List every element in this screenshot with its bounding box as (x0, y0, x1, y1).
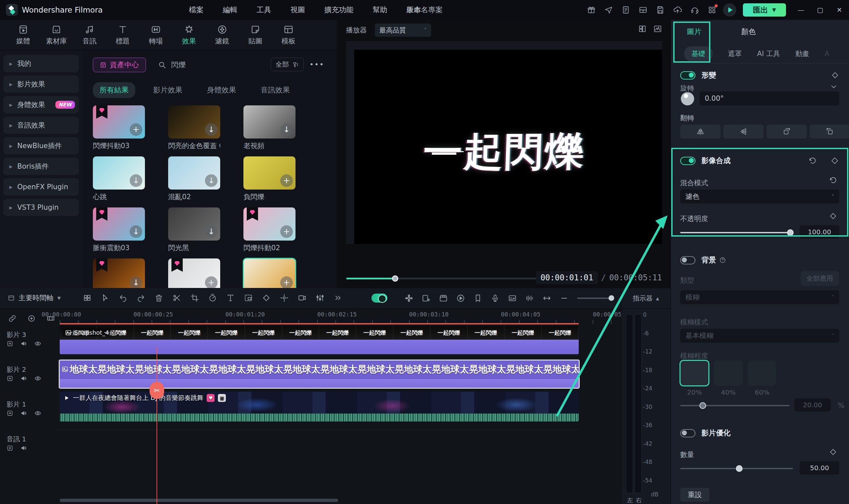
inspector-subtab-動畫[interactable]: 動畫 (795, 49, 809, 58)
asset-center-button[interactable]: 資產中心 (93, 58, 146, 72)
effect-item[interactable]: ↓閃光黑 (168, 208, 220, 252)
result-tab-音訊效果[interactable]: 音訊效果 (254, 82, 296, 98)
track-manager-icon[interactable] (83, 293, 91, 302)
seek-bar[interactable] (346, 278, 558, 279)
result-tab-影片效果[interactable]: 影片效果 (146, 82, 189, 98)
auto-ripple-icon[interactable] (27, 314, 36, 323)
effect-item[interactable]: ↓脈衝震動03 (93, 208, 145, 252)
audio-stretch-icon[interactable] (525, 294, 534, 303)
track-tool-icon[interactable] (7, 445, 13, 451)
inspector-subtab-遮罩[interactable]: 遮罩 (728, 49, 742, 58)
tab-效果[interactable]: 效果 (174, 24, 204, 46)
timeline-scrollbar[interactable] (60, 499, 621, 502)
speaker-icon[interactable] (20, 340, 27, 347)
inspector-tab-圖片[interactable]: 圖片 (687, 27, 701, 37)
add-to-timeline-button[interactable]: + (205, 276, 218, 288)
voiceover-icon[interactable] (491, 294, 500, 303)
reset-icon[interactable] (809, 157, 816, 165)
timecode-current[interactable]: 00:00:01:01 (536, 271, 598, 284)
sidebar-item-音訊效果[interactable]: ▶音訊效果 (3, 116, 79, 134)
blur-degree-value[interactable]: 20.00 (794, 398, 831, 412)
chevron-collapse-icon[interactable] (830, 82, 838, 90)
reset-icon[interactable] (829, 176, 837, 184)
download-button[interactable]: ↓ (130, 174, 142, 187)
playhead[interactable] (157, 347, 157, 504)
record-icon[interactable] (298, 293, 307, 302)
inspector-subtab-AI 工具[interactable]: AI 工具 (757, 49, 780, 58)
video-clip-track1[interactable]: 一群人在夜總會隨著舞台上 DJ 的音樂節奏跳舞 ♥ ▣ (60, 392, 579, 421)
tab-標題[interactable]: 標題 (107, 24, 138, 46)
blur-style-select[interactable]: 基本模糊 ˅ (680, 329, 839, 343)
maximize-button[interactable]: ▢ (811, 0, 830, 20)
speaker-icon[interactable] (20, 375, 27, 382)
multiview-icon[interactable] (638, 24, 647, 33)
tab-素材庫[interactable]: 素材庫 (41, 24, 72, 46)
undo-icon[interactable] (119, 293, 127, 302)
delete-icon[interactable] (155, 293, 163, 302)
pip-icon[interactable] (244, 293, 253, 302)
select-icon[interactable] (101, 293, 109, 302)
background-type-select[interactable]: 模糊 ˅ (680, 290, 839, 304)
sidebar-item-VST3 Plugin[interactable]: ▶VST3 Plugin (3, 199, 79, 216)
blend-mode-select[interactable]: 濾色 ˅ (680, 190, 839, 203)
crop-icon[interactable] (190, 293, 199, 302)
speaker-icon[interactable] (20, 410, 27, 416)
inspector-subtab-A[interactable]: A (825, 50, 829, 58)
flip-horizontal-button[interactable] (680, 125, 721, 139)
track-tool-icon[interactable] (7, 375, 13, 382)
blur-degree-swatch-40[interactable] (714, 361, 743, 386)
effect-item[interactable]: +閃爍抖動02 (243, 208, 295, 252)
more-menu-button[interactable]: ••• (309, 60, 324, 69)
main-timeline-select[interactable]: 主要時間軸 ▼ (8, 293, 61, 303)
fit-timeline-icon[interactable] (542, 294, 551, 303)
sidebar-item-OpenFX Plugin[interactable]: ▶OpenFX Plugin (3, 178, 79, 196)
sidebar-item-身體效果[interactable]: ▶身體效果NEW (3, 96, 79, 113)
avatar[interactable] (723, 3, 736, 17)
add-to-timeline-button[interactable]: + (280, 225, 293, 238)
apply-all-button[interactable]: 全部應用 (801, 271, 839, 286)
add-board-icon[interactable] (422, 294, 431, 303)
tab-濾鏡[interactable]: 濾鏡 (207, 24, 238, 46)
effect-item[interactable]: +振動閃光 (168, 258, 220, 288)
speed-icon[interactable] (208, 293, 217, 302)
minimize-button[interactable]: — (791, 0, 811, 20)
background-toggle[interactable] (680, 256, 695, 265)
gift-icon[interactable] (587, 6, 596, 14)
save-icon[interactable] (656, 6, 664, 14)
download-button[interactable]: ↓ (130, 276, 142, 288)
download-button[interactable]: ↓ (280, 123, 293, 136)
transform-toggle[interactable] (680, 71, 695, 79)
keyframe-icon[interactable] (262, 293, 271, 302)
rotation-input[interactable]: 0.00° (699, 91, 839, 105)
amount-value[interactable]: 50.00 (800, 461, 839, 474)
scope-icon[interactable] (653, 24, 662, 33)
tab-媒體[interactable]: 媒體 (8, 24, 38, 46)
blur-degree-swatch-60[interactable] (748, 361, 776, 386)
tab-模板[interactable]: 模板 (273, 24, 304, 46)
preview-render-toggle[interactable] (371, 293, 387, 303)
reset-button[interactable]: 重設 (680, 488, 709, 502)
speech-to-text-icon[interactable] (508, 294, 517, 303)
flip-vertical-button[interactable] (723, 125, 764, 139)
layout-icon[interactable] (639, 6, 647, 14)
result-tab-所有結果[interactable]: 所有結果 (93, 82, 135, 98)
eye-icon[interactable] (34, 410, 41, 416)
zoom-out-icon[interactable] (560, 294, 568, 303)
eye-icon[interactable] (34, 375, 41, 382)
timeline-zoom-slider[interactable] (577, 298, 613, 299)
redo-icon[interactable] (137, 293, 145, 302)
download-button[interactable]: ↓ (205, 123, 218, 136)
text-icon[interactable] (226, 293, 235, 302)
changelog-icon[interactable] (622, 6, 630, 14)
rotation-dial[interactable] (681, 92, 694, 105)
help-icon[interactable] (719, 257, 726, 264)
sidebar-item-Boris插件[interactable]: ▶Boris插件 (3, 158, 79, 175)
compositing-toggle[interactable] (680, 157, 695, 165)
download-button[interactable]: ↓ (205, 225, 218, 238)
opacity-slider[interactable] (680, 232, 793, 233)
sidebar-item-我的[interactable]: ▶我的 (3, 55, 79, 72)
inspector-tab-顏色[interactable]: 顏色 (741, 27, 756, 37)
enhance-toggle[interactable] (680, 429, 695, 437)
motion-track-icon[interactable] (280, 293, 289, 302)
text-clip-track2-selected[interactable]: 地球太晃地球太晃地球太晃地球太晃地球太晃地球太晃地球太晃地球太晃地球太晃地球太晃… (59, 360, 580, 389)
